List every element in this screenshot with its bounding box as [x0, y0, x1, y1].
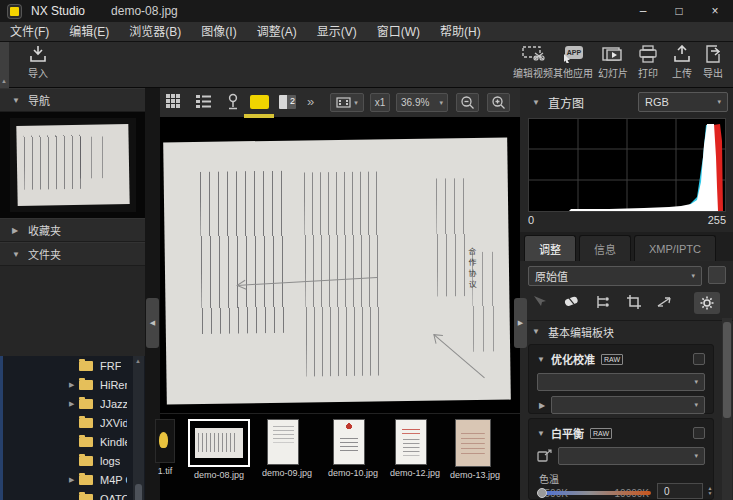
left-panel-collapse-handle[interactable]: ◀	[146, 298, 159, 348]
filmstrip-thumbnail[interactable]	[395, 419, 427, 465]
tab-info[interactable]: 信息	[579, 235, 631, 261]
window-document-title: demo-08.jpg	[111, 4, 178, 18]
zoom-in-button[interactable]	[487, 93, 510, 112]
picture-control-select[interactable]: ▾	[537, 373, 705, 391]
folders-section-header[interactable]: ▼ 文件夹	[0, 242, 145, 266]
image-canvas[interactable]: 合作协议	[160, 118, 520, 413]
retouch-tool-button[interactable]	[532, 294, 548, 310]
scroll-up-icon[interactable]: ▲	[135, 358, 141, 364]
filmstrip-thumbnail[interactable]	[267, 419, 299, 465]
zoom-1to1-button[interactable]: x1	[370, 93, 390, 112]
collapse-right-icon: ▶	[12, 226, 20, 235]
map-view-button[interactable]	[225, 93, 241, 110]
export-button[interactable]: 导出	[694, 45, 732, 80]
navigation-photo[interactable]	[10, 118, 136, 212]
filmstrip-thumbnail[interactable]	[333, 419, 365, 465]
folder-scrollbar[interactable]: ▲	[133, 356, 144, 500]
navigation-section-header[interactable]: ▼ 导航	[0, 88, 145, 112]
adjustment-settings-button[interactable]	[694, 292, 720, 314]
scrollbar-thumb[interactable]	[135, 484, 142, 500]
compare-view-button[interactable]: 2	[279, 95, 296, 109]
menu-item[interactable]: 帮助(H)	[430, 22, 491, 42]
folder-item[interactable]: ▶ logs	[3, 451, 145, 470]
right-panel-scrollbar[interactable]	[722, 318, 732, 500]
grid-view-icon	[165, 93, 181, 109]
preset-save-button[interactable]	[708, 266, 726, 284]
menu-item[interactable]: 显示(V)	[307, 22, 367, 42]
other-apps-button[interactable]: APP 其他应用	[551, 45, 595, 80]
favorites-section-header[interactable]: ▶ 收藏夹	[0, 218, 145, 242]
filmstrip-item[interactable]: demo-13.jpg	[450, 419, 496, 480]
gray-point-picker-icon[interactable]	[537, 449, 552, 463]
image-view-button-active[interactable]	[250, 95, 269, 109]
viewer-toolbar: 2 » ▾ x1 36.9% ▾	[160, 88, 520, 118]
control-point-tool-button[interactable]	[594, 294, 612, 310]
expand-arrow-icon[interactable]: ▶	[69, 476, 79, 484]
tab-adjustments[interactable]: 调整	[524, 235, 576, 261]
menu-item[interactable]: 编辑(E)	[59, 22, 119, 42]
expand-arrow-icon[interactable]: ▶	[69, 400, 79, 408]
filmstrip-thumbnail[interactable]	[188, 419, 250, 467]
picture-control-sub-select[interactable]: ▾	[551, 396, 705, 414]
import-button[interactable]: 导入	[16, 45, 60, 80]
eraser-tool-button[interactable]	[562, 294, 580, 310]
color-temp-value-input[interactable]: 0	[657, 483, 703, 499]
filmstrip-filename: demo-13.jpg	[450, 470, 496, 480]
menu-item[interactable]: 窗口(W)	[367, 22, 430, 42]
adjustment-preset-select[interactable]: 原始值 ▾	[528, 266, 702, 286]
menu-bar: 文件(F)编辑(E)浏览器(B)图像(I)调整(A)显示(V)窗口(W)帮助(H…	[0, 22, 733, 42]
folder-item[interactable]: ▶ JXVide	[3, 413, 145, 432]
histogram-graph	[529, 119, 725, 211]
folder-item[interactable]: ▶ M4P C	[3, 470, 145, 489]
expand-arrow-icon[interactable]: ▶	[69, 381, 79, 389]
filmstrip-thumbnail[interactable]	[155, 419, 175, 463]
more-views-chevron[interactable]: »	[307, 94, 314, 109]
tab-xmp-iptc[interactable]: XMP/IPTC	[634, 235, 716, 261]
menu-item[interactable]: 浏览器(B)	[119, 22, 191, 42]
control-points-icon	[594, 294, 612, 310]
menu-item[interactable]: 调整(A)	[247, 22, 307, 42]
histogram-channel-select[interactable]: RGB ▾	[638, 92, 728, 112]
filmstrip-item[interactable]: demo-08.jpg	[186, 419, 252, 480]
app-title: NX Studio	[31, 4, 85, 18]
grid-view-button[interactable]	[165, 93, 181, 109]
scrollbar-thumb[interactable]	[723, 322, 731, 418]
close-button[interactable]: ×	[697, 0, 733, 22]
picture-control-checkbox[interactable]	[693, 353, 705, 365]
folder-item[interactable]: ▶ FRF	[3, 356, 145, 375]
right-panel-collapse-handle[interactable]: ▶	[514, 298, 527, 348]
maximize-button[interactable]: □	[661, 0, 697, 22]
white-balance-select[interactable]: ▾	[558, 447, 705, 465]
menu-item[interactable]: 图像(I)	[191, 22, 246, 42]
toolbar-collapse-rail[interactable]: ▲	[0, 42, 9, 88]
fit-to-screen-select[interactable]: ▾	[330, 93, 364, 112]
white-balance-header[interactable]: ▼ 白平衡 RAW	[529, 419, 713, 443]
edit-video-button[interactable]: 编辑视频	[511, 45, 555, 80]
collapse-down-icon: ▼	[537, 429, 545, 438]
zoom-out-button[interactable]	[456, 93, 479, 112]
crop-tool-button[interactable]	[626, 294, 642, 310]
expand-right-icon[interactable]: ▶	[539, 401, 545, 410]
filmstrip-item[interactable]: 1.tif	[152, 419, 178, 476]
zoom-level-select[interactable]: 36.9% ▾	[396, 93, 448, 112]
color-temp-spinner[interactable]: ▲▼	[705, 483, 715, 499]
straighten-tool-button[interactable]	[656, 294, 674, 310]
color-temp-slider[interactable]	[539, 491, 651, 495]
picture-control-header[interactable]: ▼ 优化校准 RAW	[529, 345, 713, 369]
folder-item[interactable]: ▶ HiRend	[3, 375, 145, 394]
filmstrip-item[interactable]: demo-10.jpg	[328, 419, 370, 478]
filmstrip-item[interactable]: demo-12.jpg	[390, 419, 432, 478]
filmstrip-item[interactable]: demo-09.jpg	[262, 419, 304, 478]
folder-item[interactable]: ▶ JJazzLa	[3, 394, 145, 413]
folder-item[interactable]: ▶ OATOS	[3, 489, 145, 500]
menu-item[interactable]: 文件(F)	[0, 22, 59, 42]
minimize-button[interactable]: –	[625, 0, 661, 22]
filmstrip-filename: 1.tif	[152, 466, 178, 476]
list-view-button[interactable]	[195, 93, 212, 109]
basic-edit-section-header[interactable]: ▼ 基本编辑板块	[520, 320, 733, 342]
folder-item[interactable]: ▶ Kindle	[3, 432, 145, 451]
filmstrip-thumbnail[interactable]	[455, 419, 491, 467]
slider-thumb[interactable]	[537, 488, 547, 498]
navigation-preview	[0, 112, 145, 218]
white-balance-checkbox[interactable]	[693, 427, 705, 439]
